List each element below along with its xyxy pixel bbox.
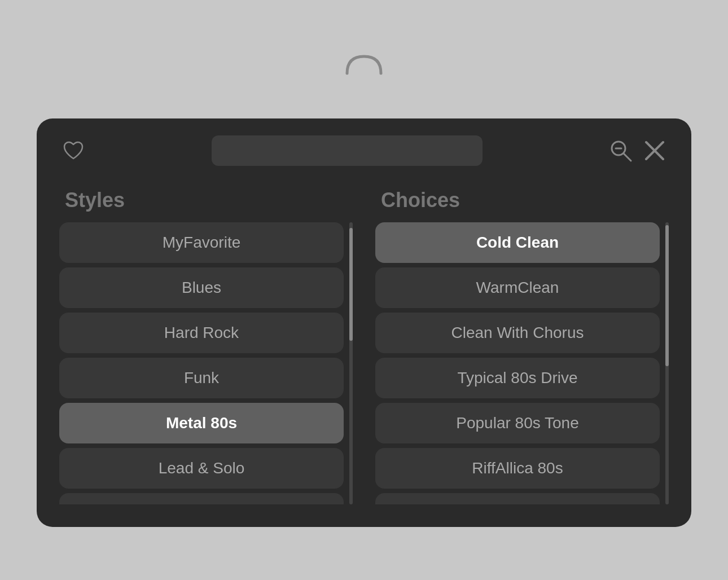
styles-list-item-4[interactable]: Metal 80s xyxy=(59,403,344,443)
styles-list-item-0[interactable]: MyFavorite xyxy=(59,222,344,263)
search-bar[interactable] xyxy=(212,135,483,166)
svg-line-2 xyxy=(624,153,631,161)
styles-list-wrapper: MyFavoriteBluesHard RockFunkMetal 80sLea… xyxy=(59,222,353,504)
favorite-button[interactable] xyxy=(59,137,87,165)
close-button[interactable] xyxy=(641,137,669,165)
choices-list-item-5[interactable]: RiffAllica 80s xyxy=(375,448,660,489)
main-panel: Styles MyFavoriteBluesHard RockFunkMetal… xyxy=(37,118,691,527)
top-right-icons xyxy=(607,137,669,165)
choices-list-item-1[interactable]: WarmClean xyxy=(375,267,660,308)
columns-container: Styles MyFavoriteBluesHard RockFunkMetal… xyxy=(59,188,669,504)
outer-container: Styles MyFavoriteBluesHard RockFunkMetal… xyxy=(0,0,728,580)
choices-list-item-0[interactable]: Cold Clean xyxy=(375,222,660,263)
choices-list-item-3[interactable]: Typical 80s Drive xyxy=(375,358,660,398)
styles-list-item-3[interactable]: Funk xyxy=(59,358,344,398)
styles-list: MyFavoriteBluesHard RockFunkMetal 80sLea… xyxy=(59,222,353,504)
choices-scrollbar-thumb xyxy=(665,225,669,366)
styles-list-item-1[interactable]: Blues xyxy=(59,267,344,308)
choices-header: Choices xyxy=(375,188,669,212)
styles-scrollbar-thumb xyxy=(349,228,353,341)
headphone-icon xyxy=(336,45,392,85)
choices-list-item-4[interactable]: Popular 80s Tone xyxy=(375,403,660,443)
choices-list: Cold CleanWarmCleanClean With ChorusTypi… xyxy=(375,222,669,504)
choices-list-wrapper: Cold CleanWarmCleanClean With ChorusTypi… xyxy=(375,222,669,504)
styles-header: Styles xyxy=(59,188,353,212)
styles-list-item-2[interactable]: Hard Rock xyxy=(59,313,344,353)
search-zoom-out-button[interactable] xyxy=(607,137,635,165)
top-bar xyxy=(59,135,669,166)
choices-column: Choices Cold CleanWarmCleanClean With Ch… xyxy=(375,188,669,504)
choices-list-item-2[interactable]: Clean With Chorus xyxy=(375,313,660,353)
styles-column: Styles MyFavoriteBluesHard RockFunkMetal… xyxy=(59,188,353,504)
choices-list-item-6[interactable]: Massive 80s Metal xyxy=(375,493,660,504)
styles-list-item-6[interactable]: Customize xyxy=(59,493,344,504)
styles-list-item-5[interactable]: Lead & Solo xyxy=(59,448,344,489)
styles-scrollbar[interactable] xyxy=(349,222,353,504)
choices-scrollbar[interactable] xyxy=(665,222,669,504)
